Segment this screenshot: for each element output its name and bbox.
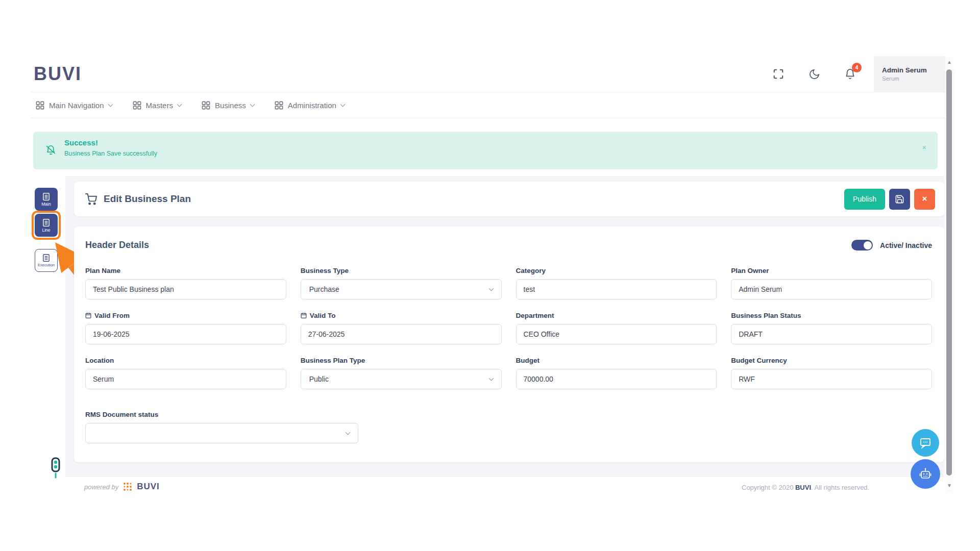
grid-icon [202,101,210,110]
footer-brand: BUVI [137,482,160,492]
field-category: Category [516,267,717,299]
active-inactive-toggle[interactable] [851,240,873,251]
notifications-bell-icon[interactable]: 4 [843,67,856,81]
chat-fab-button[interactable] [912,429,939,457]
cart-icon [85,193,97,205]
plan-owner-input[interactable] [731,279,932,299]
field-business-plan-type: Business Plan Type Public [301,357,502,389]
field-label: Valid To [301,312,502,319]
field-valid-from: Valid From [85,312,286,344]
status-indicator-icon [49,457,62,481]
close-button[interactable]: × [914,189,935,210]
alert-close-icon[interactable]: × [922,143,926,169]
scrollbar-down-arrow[interactable]: ▼ [945,483,953,488]
floppy-save-icon [895,194,904,204]
grid-icon [275,101,283,110]
chevron-down-icon [108,102,113,107]
field-label: Valid From [85,312,286,319]
field-department: Department [516,312,717,344]
nav-item-business[interactable]: Business [202,101,254,110]
copyright-suffix: . All rights reserved. [811,484,869,491]
user-menu[interactable]: Admin Serum Serum [874,56,945,92]
scrollbar-up-arrow[interactable]: ▲ [945,59,953,65]
valid-from-input[interactable] [85,324,286,344]
grid-icon [36,101,44,110]
category-input[interactable] [516,279,717,299]
main-menu-bar: Main Navigation Masters Business Adminis… [31,92,945,118]
nav-item-main-navigation[interactable]: Main Navigation [36,101,112,110]
nav-label: Business [215,101,246,110]
scrollbar-thumb[interactable] [946,69,952,475]
field-label: Plan Name [85,267,286,274]
field-label: RMS Document status [85,411,358,418]
copyright-brand: BUVI [795,484,811,491]
nav-item-administration[interactable]: Administration [275,101,345,110]
field-label: Plan Owner [731,267,932,274]
dark-mode-moon-icon[interactable] [807,67,821,81]
calendar-icon [301,312,307,319]
chevron-down-icon [177,102,182,107]
section-title: Header Details [85,240,149,251]
business-type-select[interactable]: Purchase [301,279,502,299]
fullscreen-icon[interactable] [772,67,785,81]
field-plan-owner: Plan Owner [731,267,932,299]
page-title: Edit Business Plan [104,193,191,205]
chevron-down-icon [488,286,494,291]
nav-label: Masters [146,101,173,110]
field-label: Business Plan Status [731,312,932,319]
user-subtitle: Serum [882,76,945,82]
header-details-card: Header Details Active/ Inactive Plan Nam… [74,227,944,462]
form-grid: Plan Name Business Type Purchase Categor… [85,267,932,389]
page-header-card: Edit Business Plan Publish × [74,182,944,216]
alert-title: Success! [64,138,157,147]
document-icon [42,254,51,262]
document-icon [42,192,51,201]
bell-slash-icon [45,145,56,169]
sidebar-item-execution[interactable]: Execution [35,249,58,272]
field-label: Location [85,357,286,364]
chatbot-fab-button[interactable] [911,459,940,489]
field-label: Budget Currency [731,357,932,364]
field-budget: Budget [516,357,717,389]
location-input[interactable] [85,369,286,389]
rms-document-status-select[interactable] [85,423,358,443]
chevron-down-icon [250,102,255,107]
save-button[interactable] [889,189,910,210]
budget-input[interactable] [516,369,717,389]
sidebar-item-line[interactable]: Line [35,214,58,237]
department-input[interactable] [516,324,717,344]
success-alert: Success! Business Plan Save successfully… [33,132,938,169]
toggle-label: Active/ Inactive [880,241,932,249]
calendar-icon [85,312,91,319]
publish-button[interactable]: Publish [844,189,885,210]
budget-currency-input[interactable] [731,369,932,389]
grid-icon [133,101,141,110]
chevron-down-icon [346,430,351,435]
footer-powered-by: powered by BUVI [84,482,160,492]
nav-label: Main Navigation [49,101,104,110]
nav-item-masters[interactable]: Masters [133,101,181,110]
field-label-text: Valid To [310,312,336,319]
sidebar-item-main[interactable]: Main [35,188,58,211]
plan-name-input[interactable] [85,279,286,299]
chevron-down-icon [340,102,345,107]
field-budget-currency: Budget Currency [731,357,932,389]
toggle-knob [864,241,872,249]
footer-copyright: Copyright © 2020 BUVI. All rights reserv… [742,484,869,491]
business-plan-status-input[interactable] [731,324,932,344]
user-name: Admin Serum [882,66,945,74]
powered-by-text: powered by [84,483,118,491]
nav-label: Administration [288,101,336,110]
copyright-prefix: Copyright © 2020 [742,484,795,491]
document-icon [42,218,51,227]
field-label: Department [516,312,717,319]
business-plan-type-select[interactable]: Public [301,369,502,389]
valid-to-input[interactable] [301,324,502,344]
field-label: Budget [516,357,717,364]
app-logo: BUVI [31,63,82,85]
field-valid-to: Valid To [301,312,502,344]
select-value: Public [309,375,329,383]
sidebar-item-label: Main [41,202,51,207]
robot-icon [918,467,933,481]
field-business-plan-status: Business Plan Status [731,312,932,344]
